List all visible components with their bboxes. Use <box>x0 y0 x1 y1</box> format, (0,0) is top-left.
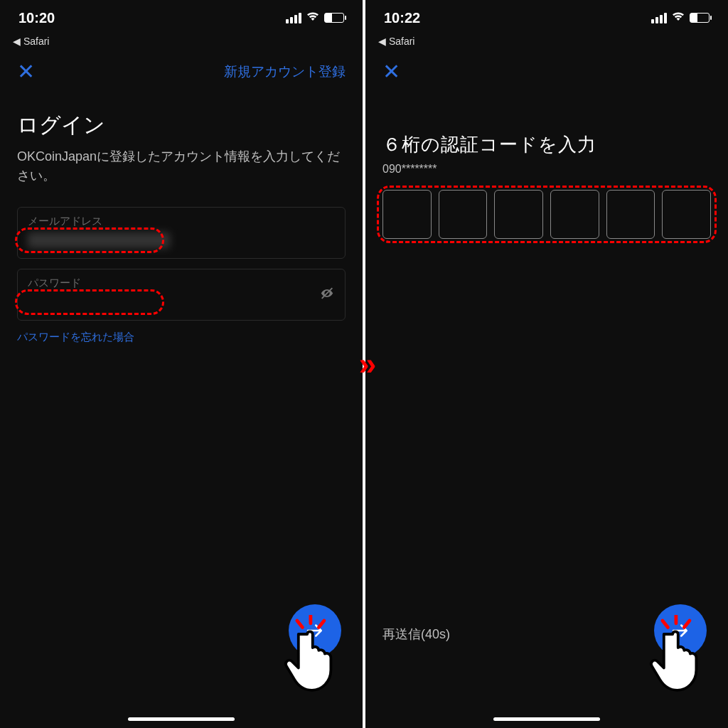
password-field[interactable]: パスワード <box>17 269 346 321</box>
submit-button[interactable] <box>289 604 341 657</box>
code-digit-1[interactable] <box>382 190 432 239</box>
status-bar: 10:20 <box>0 0 363 36</box>
page-title: ログイン <box>17 111 346 140</box>
code-digit-2[interactable] <box>439 190 488 239</box>
status-time: 10:20 <box>18 10 55 26</box>
back-to-safari[interactable]: ◀ Safari <box>0 36 363 47</box>
resend-code[interactable]: 再送信(40s) <box>382 626 450 643</box>
redacted-email <box>28 232 170 248</box>
home-indicator[interactable] <box>128 717 235 721</box>
email-value[interactable] <box>28 232 335 248</box>
visibility-toggle-icon[interactable] <box>319 285 335 304</box>
page-title: ６桁の認証コードを入力 <box>382 132 711 157</box>
verify-content: ６桁の認証コードを入力 090******** <box>365 90 728 239</box>
arrow-right-icon <box>304 620 326 641</box>
nav-row: ✕ 新規アカウント登録 <box>0 47 363 90</box>
verify-screen: 10:22 ◀ Safari ✕ ６桁の認証コードを入力 090********… <box>364 0 728 728</box>
code-input-row <box>382 190 711 239</box>
close-icon[interactable]: ✕ <box>17 61 35 82</box>
arrow-right-icon <box>670 620 691 641</box>
transition-arrow-icon: » <box>359 346 369 382</box>
forgot-password-link[interactable]: パスワードを忘れた場合 <box>17 331 346 344</box>
code-digit-3[interactable] <box>494 190 543 239</box>
page-subtitle: OKCoinJapanに登録したアカウント情報を入力してください。 <box>17 147 346 186</box>
submit-button[interactable] <box>654 604 707 657</box>
login-screen: 10:20 ◀ Safari ✕ 新規アカウント登録 ログイン OKCoinJa… <box>0 0 364 728</box>
cellular-icon <box>651 13 667 23</box>
code-digit-5[interactable] <box>606 190 655 239</box>
code-digit-6[interactable] <box>662 190 711 239</box>
close-icon[interactable]: ✕ <box>382 61 400 82</box>
code-digit-4[interactable] <box>550 190 599 239</box>
wifi-icon <box>306 11 320 26</box>
battery-icon <box>690 13 710 23</box>
email-label: メールアドレス <box>28 215 335 228</box>
password-label: パスワード <box>28 277 335 290</box>
wifi-icon <box>671 11 685 26</box>
password-value[interactable] <box>28 294 335 310</box>
signup-link[interactable]: 新規アカウント登録 <box>224 63 346 81</box>
login-content: ログイン OKCoinJapanに登録したアカウント情報を入力してください。 メ… <box>0 90 363 344</box>
masked-phone: 090******** <box>382 163 711 176</box>
battery-icon <box>324 13 344 23</box>
status-indicators <box>286 11 344 26</box>
email-field[interactable]: メールアドレス <box>17 207 346 259</box>
cellular-icon <box>286 13 301 23</box>
status-time: 10:22 <box>384 10 420 26</box>
status-bar: 10:22 <box>365 0 728 36</box>
home-indicator[interactable] <box>493 717 600 721</box>
back-to-safari[interactable]: ◀ Safari <box>365 36 728 47</box>
nav-row: ✕ <box>365 47 728 90</box>
status-indicators <box>651 11 710 26</box>
